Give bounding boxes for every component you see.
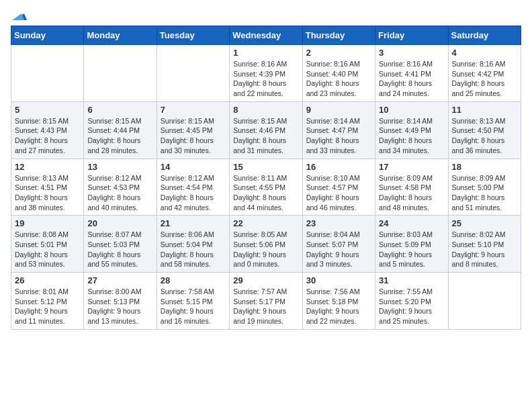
calendar-cell: 18Sunrise: 8:09 AM Sunset: 5:00 PM Dayli… [448,158,521,216]
calendar-cell: 22Sunrise: 8:05 AM Sunset: 5:06 PM Dayli… [230,216,302,273]
calendar-cell: 9Sunrise: 8:14 AM Sunset: 4:47 PM Daylig… [302,101,375,158]
calendar-table: SundayMondayTuesdayWednesdayThursdayFrid… [11,26,521,330]
calendar-cell: 26Sunrise: 8:01 AM Sunset: 5:12 PM Dayli… [11,273,84,330]
day-number: 26 [15,275,80,285]
calendar-cell: 21Sunrise: 8:06 AM Sunset: 5:04 PM Dayli… [157,216,229,273]
day-number: 11 [452,105,517,115]
day-number: 4 [452,48,517,58]
day-of-week-header: Monday [84,26,157,45]
calendar-week-row: 26Sunrise: 8:01 AM Sunset: 5:12 PM Dayli… [11,273,521,330]
svg-marker-1 [12,13,24,20]
day-info: Sunrise: 8:09 AM Sunset: 5:00 PM Dayligh… [452,173,517,213]
day-number: 28 [161,275,226,285]
calendar-cell: 30Sunrise: 7:56 AM Sunset: 5:18 PM Dayli… [302,273,375,330]
day-info: Sunrise: 8:15 AM Sunset: 4:46 PM Dayligh… [233,116,298,156]
day-number: 22 [233,218,298,228]
day-info: Sunrise: 7:57 AM Sunset: 5:17 PM Dayligh… [233,287,298,326]
calendar-cell [84,45,157,102]
day-number: 31 [379,275,444,285]
day-of-week-header: Saturday [448,26,521,45]
day-number: 6 [87,105,152,115]
day-info: Sunrise: 8:16 AM Sunset: 4:42 PM Dayligh… [452,59,517,99]
calendar-cell: 15Sunrise: 8:11 AM Sunset: 4:55 PM Dayli… [230,158,302,216]
day-info: Sunrise: 7:56 AM Sunset: 5:18 PM Dayligh… [306,287,371,326]
calendar-cell: 16Sunrise: 8:10 AM Sunset: 4:57 PM Dayli… [302,158,375,216]
day-number: 3 [379,48,444,58]
calendar-cell [11,45,84,102]
calendar-cell: 24Sunrise: 8:03 AM Sunset: 5:09 PM Dayli… [375,216,448,273]
day-info: Sunrise: 8:15 AM Sunset: 4:44 PM Dayligh… [87,116,152,156]
day-number: 12 [15,162,80,172]
day-number: 1 [233,48,298,58]
calendar-week-row: 5Sunrise: 8:15 AM Sunset: 4:43 PM Daylig… [11,101,521,158]
calendar-cell: 27Sunrise: 8:00 AM Sunset: 5:13 PM Dayli… [84,273,157,330]
day-of-week-header: Friday [375,26,448,45]
day-number: 5 [15,105,80,115]
day-number: 24 [379,218,444,228]
calendar-cell: 19Sunrise: 8:08 AM Sunset: 5:01 PM Dayli… [11,216,84,273]
day-info: Sunrise: 8:12 AM Sunset: 4:54 PM Dayligh… [161,173,226,213]
day-info: Sunrise: 8:16 AM Sunset: 4:40 PM Dayligh… [306,59,371,99]
day-number: 20 [87,218,152,228]
day-info: Sunrise: 8:08 AM Sunset: 5:01 PM Dayligh… [15,230,80,269]
day-info: Sunrise: 8:00 AM Sunset: 5:13 PM Dayligh… [87,287,152,326]
calendar-cell: 20Sunrise: 8:07 AM Sunset: 5:03 PM Dayli… [84,216,157,273]
day-number: 2 [306,48,371,58]
calendar-cell: 1Sunrise: 8:16 AM Sunset: 4:39 PM Daylig… [230,45,302,102]
calendar-cell: 14Sunrise: 8:12 AM Sunset: 4:54 PM Dayli… [157,158,229,216]
calendar-cell: 23Sunrise: 8:04 AM Sunset: 5:07 PM Dayli… [302,216,375,273]
day-info: Sunrise: 8:06 AM Sunset: 5:04 PM Dayligh… [161,230,226,269]
day-number: 23 [306,218,371,228]
day-number: 8 [233,105,298,115]
page-header [11,11,521,20]
day-info: Sunrise: 8:16 AM Sunset: 4:41 PM Dayligh… [379,59,444,99]
day-number: 15 [233,162,298,172]
calendar-cell [448,273,521,330]
day-info: Sunrise: 8:05 AM Sunset: 5:06 PM Dayligh… [233,230,298,269]
calendar-week-row: 19Sunrise: 8:08 AM Sunset: 5:01 PM Dayli… [11,216,521,273]
calendar-cell: 10Sunrise: 8:14 AM Sunset: 4:49 PM Dayli… [375,101,448,158]
day-number: 30 [306,275,371,285]
day-info: Sunrise: 8:14 AM Sunset: 4:47 PM Dayligh… [306,116,371,156]
day-number: 17 [379,162,444,172]
calendar-cell: 6Sunrise: 8:15 AM Sunset: 4:44 PM Daylig… [84,101,157,158]
day-info: Sunrise: 7:55 AM Sunset: 5:20 PM Dayligh… [379,287,444,326]
calendar-cell: 29Sunrise: 7:57 AM Sunset: 5:17 PM Dayli… [230,273,302,330]
calendar-cell: 7Sunrise: 8:15 AM Sunset: 4:45 PM Daylig… [157,101,229,158]
calendar-cell: 11Sunrise: 8:13 AM Sunset: 4:50 PM Dayli… [448,101,521,158]
calendar-cell: 4Sunrise: 8:16 AM Sunset: 4:42 PM Daylig… [448,45,521,102]
day-of-week-header: Thursday [302,26,375,45]
day-info: Sunrise: 8:02 AM Sunset: 5:10 PM Dayligh… [452,230,517,269]
day-info: Sunrise: 8:09 AM Sunset: 4:58 PM Dayligh… [379,173,444,213]
calendar-cell: 2Sunrise: 8:16 AM Sunset: 4:40 PM Daylig… [302,45,375,102]
day-info: Sunrise: 8:01 AM Sunset: 5:12 PM Dayligh… [15,287,80,326]
day-info: Sunrise: 8:13 AM Sunset: 4:51 PM Dayligh… [15,173,80,213]
day-number: 27 [87,275,152,285]
day-number: 25 [452,218,517,228]
day-number: 14 [161,162,226,172]
calendar-cell: 8Sunrise: 8:15 AM Sunset: 4:46 PM Daylig… [230,101,302,158]
calendar-week-row: 12Sunrise: 8:13 AM Sunset: 4:51 PM Dayli… [11,158,521,216]
day-info: Sunrise: 8:11 AM Sunset: 4:55 PM Dayligh… [233,173,298,213]
day-number: 21 [161,218,226,228]
day-info: Sunrise: 8:15 AM Sunset: 4:43 PM Dayligh… [15,116,80,156]
calendar-cell: 25Sunrise: 8:02 AM Sunset: 5:10 PM Dayli… [448,216,521,273]
day-number: 16 [306,162,371,172]
day-number: 7 [161,105,226,115]
day-info: Sunrise: 8:07 AM Sunset: 5:03 PM Dayligh… [87,230,152,269]
day-number: 13 [87,162,152,172]
calendar-cell: 12Sunrise: 8:13 AM Sunset: 4:51 PM Dayli… [11,158,84,216]
calendar-cell: 28Sunrise: 7:58 AM Sunset: 5:15 PM Dayli… [157,273,229,330]
day-info: Sunrise: 8:03 AM Sunset: 5:09 PM Dayligh… [379,230,444,269]
calendar-cell: 13Sunrise: 8:12 AM Sunset: 4:53 PM Dayli… [84,158,157,216]
calendar-cell: 5Sunrise: 8:15 AM Sunset: 4:43 PM Daylig… [11,101,84,158]
calendar-cell: 17Sunrise: 8:09 AM Sunset: 4:58 PM Dayli… [375,158,448,216]
day-info: Sunrise: 8:14 AM Sunset: 4:49 PM Dayligh… [379,116,444,156]
day-info: Sunrise: 8:16 AM Sunset: 4:39 PM Dayligh… [233,59,298,99]
day-info: Sunrise: 8:15 AM Sunset: 4:45 PM Dayligh… [161,116,226,156]
calendar-cell [157,45,229,102]
day-number: 18 [452,162,517,172]
logo [11,11,27,20]
day-info: Sunrise: 8:13 AM Sunset: 4:50 PM Dayligh… [452,116,517,156]
day-info: Sunrise: 8:12 AM Sunset: 4:53 PM Dayligh… [87,173,152,213]
